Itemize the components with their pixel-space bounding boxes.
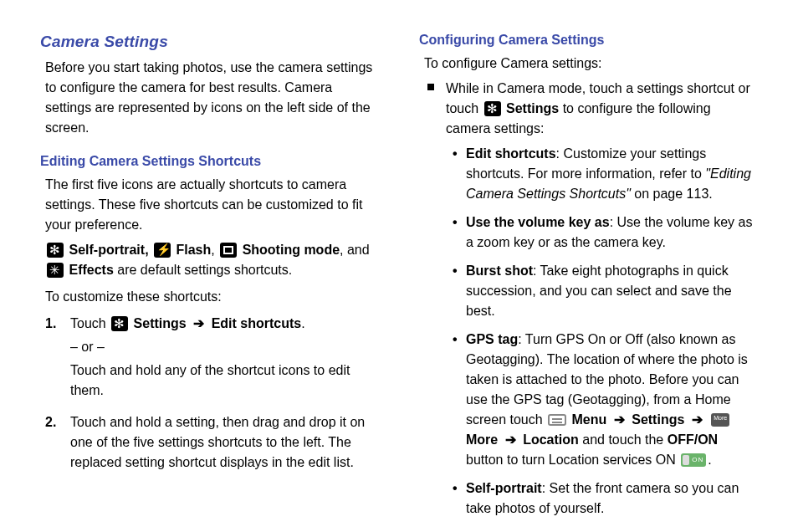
- label-edit-shortcuts: Edit shortcuts: [466, 146, 556, 161]
- text-and: , and: [340, 243, 370, 257]
- label-volume-key: Use the volume key as: [466, 215, 610, 229]
- default-shortcuts-line: Self-portrait, Flash, Shooting mode, and…: [45, 240, 379, 280]
- square-settings-label: Settings: [506, 101, 559, 115]
- label-effects: Effects: [69, 263, 113, 277]
- intro-paragraph: Before you start taking photos, use the …: [45, 58, 379, 138]
- steps-list: Touch Settings ➔ Edit shortcuts. – or – …: [45, 314, 379, 473]
- label-self-portrait-setting: Self-portrait: [466, 481, 542, 495]
- shooting-mode-icon: [220, 243, 237, 258]
- settings-icon: [484, 101, 501, 116]
- label-settings: Settings: [632, 412, 684, 427]
- right-column: Configuring Camera Settings To configure…: [419, 30, 758, 527]
- configuring-lead: To configure Camera settings:: [424, 54, 758, 74]
- section-title: Camera Settings: [40, 30, 379, 54]
- label-off-on: OFF/ON: [668, 432, 718, 447]
- effects-icon: [47, 263, 64, 278]
- editing-shortcuts-paragraph: The first five icons are actually shortc…: [45, 175, 379, 235]
- label-shooting-mode: Shooting mode: [243, 243, 340, 257]
- on-toggle-icon: [681, 453, 706, 467]
- arrow-icon: ➔: [505, 432, 519, 447]
- label-gps-tag: GPS tag: [466, 332, 518, 346]
- left-column: Camera Settings Before you start taking …: [40, 30, 379, 527]
- self-portrait-icon: [47, 243, 64, 258]
- bullet-burst-shot: Burst shot: Take eight photographs in qu…: [463, 261, 758, 321]
- step1-touch: Touch: [70, 316, 110, 330]
- step1-settings-label: Settings: [134, 316, 187, 330]
- flash-icon: [154, 243, 171, 258]
- label-burst-shot: Burst shot: [466, 263, 533, 278]
- subsection-editing-shortcuts: Editing Camera Settings Shortcuts: [40, 151, 379, 171]
- bullet-self-portrait: Self-portrait: Set the front camera so y…: [463, 478, 758, 519]
- step-2: Touch and hold a setting, then drag and …: [70, 412, 379, 473]
- arrow-icon: ➔: [193, 316, 207, 330]
- step1-or: – or –: [70, 337, 379, 357]
- square-list: While in Camera mode, touch a settings s…: [424, 79, 758, 519]
- bullet-volume-key: Use the volume key as: Use the volume ke…: [463, 212, 758, 253]
- label-self-portrait: Self-portrait,: [69, 243, 148, 257]
- step-1: Touch Settings ➔ Edit shortcuts. – or – …: [70, 314, 379, 401]
- label-menu: Menu: [572, 412, 607, 427]
- menu-icon: [548, 414, 566, 426]
- settings-bullets: Edit shortcuts: Customize your settings …: [451, 144, 758, 519]
- arrow-icon: ➔: [692, 412, 706, 427]
- text-shortcuts-tail: are default settings shortcuts.: [114, 263, 292, 277]
- arrow-icon: ➔: [614, 412, 628, 427]
- bullet-gps-tag: GPS tag: Turn GPS On or Off (also known …: [463, 330, 758, 470]
- bullet-edit-shortcuts: Edit shortcuts: Customize your settings …: [463, 144, 758, 204]
- settings-icon: [111, 316, 128, 331]
- more-icon: [711, 413, 729, 427]
- step1-edit-shortcuts-label: Edit shortcuts: [212, 316, 302, 330]
- label-flash: Flash: [176, 243, 211, 257]
- label-more: More: [466, 432, 498, 447]
- square-item: While in Camera mode, touch a settings s…: [446, 79, 758, 519]
- manual-page: Camera Settings Before you start taking …: [0, 0, 798, 532]
- customize-lead: To customize these shortcuts:: [45, 287, 379, 307]
- subsection-configuring: Configuring Camera Settings: [419, 30, 758, 50]
- label-location: Location: [523, 432, 579, 447]
- step1-hold: Touch and hold any of the shortcut icons…: [70, 361, 379, 401]
